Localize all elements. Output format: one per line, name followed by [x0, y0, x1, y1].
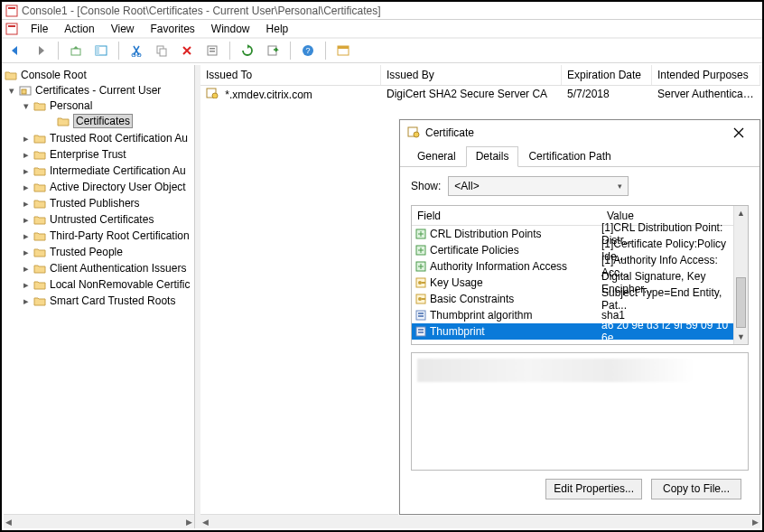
menu-help[interactable]: Help [259, 21, 296, 37]
forward-button[interactable] [31, 41, 51, 61]
up-button[interactable] [66, 41, 86, 61]
tree-folder[interactable]: ▸Trusted Root Certification Au [20, 131, 194, 145]
refresh-button[interactable] [238, 41, 257, 61]
edit-properties-button[interactable]: Edit Properties... [545, 479, 642, 499]
fields-listbox: Field Value CRL Distribution Points[1]CR… [411, 205, 749, 345]
expand-icon[interactable]: ▸ [20, 198, 33, 210]
tree-folder[interactable]: ▸Local NonRemovable Certific [20, 277, 194, 292]
expand-icon[interactable]: ▸ [20, 149, 33, 161]
scroll-down-icon[interactable]: ▼ [734, 330, 748, 344]
expand-icon[interactable]: ▸ [20, 133, 33, 145]
field-row[interactable]: Basic ConstraintsSubject Type=End Entity… [412, 291, 733, 307]
view-options-button[interactable] [333, 41, 353, 61]
field-name: Authority Information Access [430, 260, 601, 273]
field-icon [412, 245, 430, 256]
svg-rect-0 [6, 5, 17, 16]
scroll-left-icon[interactable]: ◀ [5, 518, 12, 527]
field-value: a6 20 9e d3 f2 9f 59 09 10 6e ... [601, 319, 733, 344]
scroll-right-icon[interactable]: ▶ [186, 518, 192, 527]
copy-button[interactable] [152, 41, 172, 61]
value-textbox[interactable] [411, 352, 749, 471]
list-row[interactable]: *.xmdev.citrix.com DigiCert SHA2 Secure … [200, 86, 760, 102]
col-field[interactable]: Field [412, 210, 601, 222]
fields-vscrollbar[interactable]: ▲ ▼ [733, 206, 748, 344]
expand-icon[interactable]: ▸ [20, 230, 33, 242]
delete-button[interactable] [177, 41, 197, 61]
menu-favorites[interactable]: Favorites [144, 21, 202, 37]
folder-icon [33, 164, 47, 177]
title-bar: Console1 - [Console Root\Certificates - … [2, 2, 762, 20]
tab-general[interactable]: General [407, 146, 466, 167]
tree-folder-label: Smart Card Trusted Roots [50, 294, 175, 307]
svg-rect-36 [418, 315, 424, 317]
field-icon [412, 310, 430, 321]
tree-certs-user[interactable]: ▾ Certificates - Current User [5, 83, 194, 98]
show-label: Show: [411, 180, 441, 192]
scroll-right-icon[interactable]: ▶ [752, 518, 759, 527]
tree-folder[interactable]: ▸Active Directory User Object [20, 180, 194, 194]
col-value[interactable]: Value [601, 210, 733, 222]
tree-folder[interactable]: ▸Untrusted Certificates [20, 212, 194, 227]
folder-icon [33, 229, 47, 242]
show-dropdown[interactable]: <All> ▾ [448, 176, 629, 196]
collapse-icon[interactable]: ▾ [5, 85, 18, 97]
tree-certificates[interactable]: Certificates [56, 114, 194, 128]
cell-purposes: Server Authenticati... [652, 88, 760, 100]
svg-rect-20 [22, 89, 26, 94]
tree-personal[interactable]: ▾ Personal [20, 98, 194, 113]
mmc-icon [5, 23, 18, 35]
tree-pane: Console Root ▾ Certificates - Current Us… [4, 65, 195, 528]
expand-icon[interactable]: ▸ [20, 182, 33, 193]
cut-button[interactable] [126, 41, 146, 61]
tree-personal-label: Personal [50, 99, 92, 112]
expand-icon[interactable]: ▸ [20, 295, 33, 307]
tab-certification-path[interactable]: Certification Path [518, 146, 620, 167]
tab-details[interactable]: Details [466, 146, 519, 167]
field-name: Basic Constraints [430, 293, 601, 305]
list-hscrollbar[interactable]: ◀ ▶ [200, 514, 760, 528]
scroll-left-icon[interactable]: ◀ [202, 518, 209, 527]
tree-root[interactable]: Console Root [4, 68, 194, 82]
properties-button[interactable] [202, 41, 222, 61]
field-name: Thumbprint algorithm [430, 309, 601, 322]
tree-folder[interactable]: ▸Client Authentication Issuers [20, 261, 194, 275]
tree-folder[interactable]: ▸Enterprise Trust [20, 147, 194, 162]
scroll-thumb[interactable] [736, 277, 746, 328]
expand-icon[interactable]: ▸ [20, 263, 33, 275]
tree-folder[interactable]: ▸Intermediate Certification Au [20, 163, 194, 178]
collapse-icon[interactable]: ▾ [20, 100, 33, 112]
expand-icon[interactable]: ▸ [20, 247, 33, 258]
tree-folder[interactable]: ▸Trusted People [20, 245, 194, 259]
svg-rect-2 [6, 23, 17, 34]
help-button[interactable]: ? [298, 41, 318, 61]
certificate-dialog-title: Certificate [425, 126, 474, 139]
svg-rect-39 [418, 331, 424, 333]
expand-icon[interactable]: ▸ [20, 165, 33, 177]
col-issued-to[interactable]: Issued To [200, 65, 381, 85]
tree-hscrollbar[interactable]: ◀ ▶ [4, 514, 194, 528]
col-issued-by[interactable]: Issued By [381, 65, 562, 85]
tree-folder[interactable]: ▸Third-Party Root Certification [20, 229, 194, 243]
field-row[interactable]: Thumbprinta6 20 9e d3 f2 9f 59 09 10 6e … [412, 323, 733, 340]
tree-folder-label: Untrusted Certificates [50, 213, 154, 226]
tree-folder-label: Intermediate Certification Au [50, 164, 186, 177]
menu-action[interactable]: Action [57, 21, 101, 37]
tree-folder[interactable]: ▸Smart Card Trusted Roots [20, 294, 194, 308]
back-button[interactable] [5, 41, 25, 61]
menu-view[interactable]: View [104, 21, 142, 37]
expand-icon[interactable]: ▸ [20, 279, 33, 291]
close-button[interactable] [725, 124, 752, 142]
tree-folder[interactable]: ▸Trusted Publishers [20, 196, 194, 210]
export-list-button[interactable] [263, 41, 283, 61]
col-purposes[interactable]: Intended Purposes [652, 65, 760, 85]
toolbar: ? [2, 38, 762, 63]
copy-to-file-button[interactable]: Copy to File... [651, 479, 741, 499]
col-expiration[interactable]: Expiration Date [562, 65, 652, 85]
svg-rect-14 [268, 46, 276, 55]
expand-icon[interactable]: ▸ [20, 214, 33, 226]
scroll-up-icon[interactable]: ▲ [734, 206, 748, 220]
folder-icon [33, 148, 47, 161]
show-hide-tree-button[interactable] [91, 41, 111, 61]
menu-file[interactable]: File [23, 21, 55, 37]
menu-window[interactable]: Window [204, 21, 257, 37]
